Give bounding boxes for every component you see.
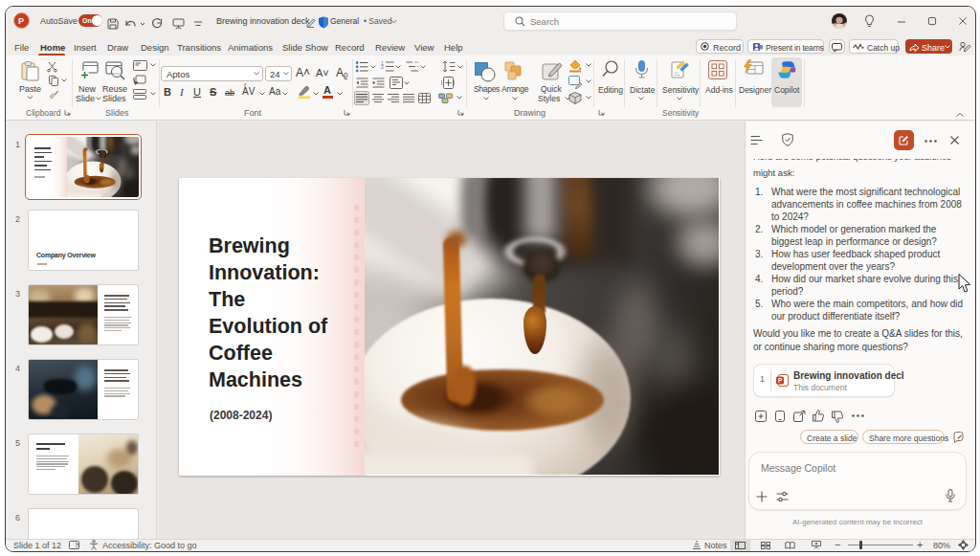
svg-text:2: 2 (381, 64, 384, 70)
svg-text:P: P (778, 377, 783, 384)
svg-text:P: P (18, 16, 24, 26)
